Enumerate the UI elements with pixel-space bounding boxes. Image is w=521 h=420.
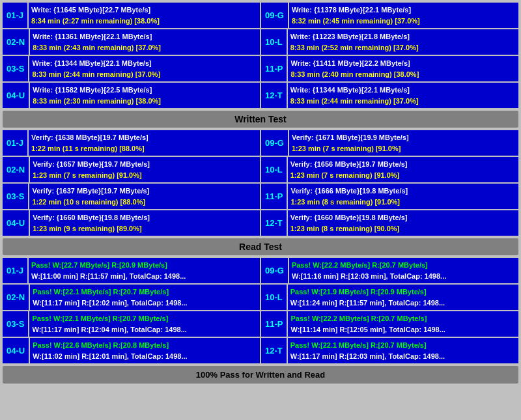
read-test-header: Read Test (3, 238, 518, 255)
left-cell-id-0: 01-J (3, 3, 27, 28)
left-cell-2: 03-SVerify: {1637 MByte}[19.7 MByte/s]1:… (3, 184, 260, 209)
left-cell-2: 03-SPass! W:[22.1 MByte/s] R:[20.7 MByte… (3, 311, 260, 337)
left-line2-0: 8:34 min (2:27 min remaining) [38.0%] (31, 16, 257, 27)
right-cell-id-1: 10-L (261, 157, 287, 182)
left-line1-1: Pass! W:[22.1 MByte/s] R:[20.7 MByte/s] (33, 287, 257, 298)
left-cell-id-3: 04-U (3, 338, 29, 363)
left-cell-3: 04-UVerify: {1660 MByte}[19.8 MByte/s]1:… (3, 210, 260, 236)
right-cell-data-0: Pass! W:[22.2 MByte/s] R:[20.7 MByte/s]W… (289, 258, 518, 283)
left-cell-data-0: Pass! W:[22.7 MByte/s] R:[20.9 MByte/s]W… (29, 258, 260, 283)
grid-row-1: 02-NVerify: {1657 MByte}[19.7 MByte/s]1:… (3, 157, 518, 182)
grid-row-3: 04-UPass! W:[22.6 MByte/s] R:[20.8 MByte… (3, 338, 518, 363)
right-line1-3: Verify: {1660 MByte}[19.8 MByte/s] (290, 212, 516, 223)
left-line2-2: 8:33 min (2:44 min remaining) [37.0%] (32, 69, 257, 80)
left-line2-3: 1:23 min (9 s remaining) [89.0%] (33, 223, 257, 234)
grid-row-1: 02-NWrite: {11361 MByte}[22.1 MByte/s]8:… (3, 29, 518, 55)
left-cell-0: 01-JVerify: {1638 MByte}[19.7 MByte/s]1:… (3, 130, 260, 156)
grid-row-3: 04-UWrite: {11582 MByte}[22.5 MByte/s]8:… (3, 83, 518, 108)
right-cell-id-2: 11-P (261, 56, 287, 81)
grid-row-0: 01-JVerify: {1638 MByte}[19.7 MByte/s]1:… (3, 130, 518, 156)
left-line2-1: 1:23 min (7 s remaining) [91.0%] (33, 170, 257, 181)
grid-row-1: 02-NPass! W:[22.1 MByte/s] R:[20.7 MByte… (3, 285, 518, 310)
left-cell-data-0: Verify: {1638 MByte}[19.7 MByte/s]1:22 m… (29, 130, 260, 156)
right-cell-3: 12-TWrite: {11344 MByte}[22.1 MByte/s]8:… (261, 83, 518, 108)
right-cell-id-2: 11-P (261, 311, 287, 337)
main-container: 01-JWrite: {11645 MByte}[22.7 MByte/s]8:… (0, 0, 521, 386)
right-line1-3: Pass! W:[22.1 MByte/s] R:[20.7 MByte/s] (290, 340, 516, 351)
left-cell-data-0: Write: {11645 MByte}[22.7 MByte/s]8:34 m… (29, 3, 260, 28)
left-cell-data-3: Pass! W:[22.6 MByte/s] R:[20.8 MByte/s]W… (30, 338, 260, 363)
left-line2-2: W:[11:17 min] R:[12:04 min], TotalCap: 1… (32, 324, 257, 335)
left-cell-id-2: 03-S (3, 56, 28, 81)
right-cell-1: 10-LWrite: {11223 MByte}[21.8 MByte/s]8:… (261, 29, 518, 55)
right-cell-id-3: 12-T (261, 338, 287, 363)
right-cell-data-2: Write: {11411 MByte}[22.2 MByte/s]8:33 m… (288, 56, 518, 81)
left-line1-1: Write: {11361 MByte}[22.1 MByte/s] (33, 31, 257, 42)
right-line1-0: Write: {11378 MByte}[22.1 MByte/s] (292, 5, 516, 16)
left-cell-1: 02-NWrite: {11361 MByte}[22.1 MByte/s]8:… (3, 29, 260, 55)
left-line1-0: Verify: {1638 MByte}[19.7 MByte/s] (31, 132, 257, 143)
grid-row-2: 03-SWrite: {11344 MByte}[22.1 MByte/s]8:… (3, 56, 518, 81)
right-cell-data-1: Verify: {1656 MByte}[19.7 MByte/s]1:23 m… (288, 157, 518, 182)
right-line1-1: Pass! W:[21.9 MByte/s] R:[20.9 MByte/s] (290, 287, 516, 298)
right-cell-0: 09-GPass! W:[22.2 MByte/s] R:[20.7 MByte… (261, 258, 518, 283)
left-line1-0: Pass! W:[22.7 MByte/s] R:[20.9 MByte/s] (31, 260, 257, 271)
left-cell-id-1: 02-N (3, 29, 29, 55)
write-section: 01-JWrite: {11645 MByte}[22.7 MByte/s]8:… (3, 3, 518, 108)
grid-row-3: 04-UVerify: {1660 MByte}[19.8 MByte/s]1:… (3, 210, 518, 236)
right-cell-id-3: 12-T (261, 83, 287, 108)
verify-section: 01-JVerify: {1638 MByte}[19.7 MByte/s]1:… (3, 130, 518, 236)
left-cell-data-2: Pass! W:[22.1 MByte/s] R:[20.7 MByte/s]W… (29, 311, 260, 337)
right-line2-3: 1:23 min (8 s remaining) [90.0%] (290, 223, 516, 234)
right-cell-id-3: 12-T (261, 210, 287, 236)
right-line2-3: 8:33 min (2:44 min remaining) [37.0%] (290, 96, 516, 107)
right-line1-2: Verify: {1666 MByte}[19.8 MByte/s] (290, 186, 516, 197)
right-line1-2: Write: {11411 MByte}[22.2 MByte/s] (290, 58, 516, 69)
right-cell-data-0: Write: {11378 MByte}[22.1 MByte/s]8:32 m… (289, 3, 518, 28)
left-cell-data-3: Verify: {1660 MByte}[19.8 MByte/s]1:23 m… (30, 210, 260, 236)
grid-row-0: 01-JPass! W:[22.7 MByte/s] R:[20.9 MByte… (3, 258, 518, 283)
right-cell-3: 12-TVerify: {1660 MByte}[19.8 MByte/s]1:… (261, 210, 518, 236)
left-cell-id-3: 04-U (3, 83, 29, 108)
left-line1-2: Write: {11344 MByte}[22.1 MByte/s] (32, 58, 257, 69)
right-cell-id-0: 09-G (261, 258, 288, 283)
left-line2-1: W:[11:17 min] R:[12:02 min], TotalCap: 1… (33, 298, 257, 309)
right-cell-2: 11-PWrite: {11411 MByte}[22.2 MByte/s]8:… (261, 56, 518, 81)
right-cell-id-2: 11-P (261, 184, 287, 209)
left-cell-1: 02-NPass! W:[22.1 MByte/s] R:[20.7 MByte… (3, 285, 260, 310)
left-line1-3: Pass! W:[22.6 MByte/s] R:[20.8 MByte/s] (33, 340, 257, 351)
right-cell-3: 12-TPass! W:[22.1 MByte/s] R:[20.7 MByte… (261, 338, 518, 363)
left-line1-3: Verify: {1660 MByte}[19.8 MByte/s] (33, 212, 257, 223)
footer-bar: 100% Pass for Written and Read (3, 366, 518, 384)
right-line1-1: Verify: {1656 MByte}[19.7 MByte/s] (290, 159, 516, 170)
left-cell-id-1: 02-N (3, 157, 29, 182)
grid-row-2: 03-SVerify: {1637 MByte}[19.7 MByte/s]1:… (3, 184, 518, 209)
right-cell-data-3: Pass! W:[22.1 MByte/s] R:[20.7 MByte/s]W… (288, 338, 518, 363)
right-cell-id-0: 09-G (261, 130, 288, 156)
right-line1-0: Pass! W:[22.2 MByte/s] R:[20.7 MByte/s] (292, 260, 516, 271)
left-line1-2: Verify: {1637 MByte}[19.7 MByte/s] (32, 186, 257, 197)
left-cell-id-0: 01-J (3, 258, 27, 283)
grid-row-0: 01-JWrite: {11645 MByte}[22.7 MByte/s]8:… (3, 3, 518, 28)
grid-row-2: 03-SPass! W:[22.1 MByte/s] R:[20.7 MByte… (3, 311, 518, 337)
left-line1-0: Write: {11645 MByte}[22.7 MByte/s] (31, 5, 257, 16)
left-cell-id-3: 04-U (3, 210, 29, 236)
right-cell-1: 10-LPass! W:[21.9 MByte/s] R:[20.9 MByte… (261, 285, 518, 310)
right-cell-2: 11-PPass! W:[22.2 MByte/s] R:[20.7 MByte… (261, 311, 518, 337)
left-cell-data-3: Write: {11582 MByte}[22.5 MByte/s]8:33 m… (30, 83, 260, 108)
right-line1-0: Verify: {1671 MByte}[19.9 MByte/s] (292, 132, 516, 143)
pass-section: 01-JPass! W:[22.7 MByte/s] R:[20.9 MByte… (3, 258, 518, 363)
left-cell-data-2: Write: {11344 MByte}[22.1 MByte/s]8:33 m… (29, 56, 260, 81)
right-cell-data-3: Write: {11344 MByte}[22.1 MByte/s]8:33 m… (288, 83, 518, 108)
left-line2-0: 1:22 min (11 s remaining) [88.0%] (31, 143, 257, 154)
right-cell-id-0: 09-G (261, 3, 288, 28)
left-line2-3: W:[11:02 min] R:[12:01 min], TotalCap: 1… (33, 351, 257, 362)
left-cell-data-1: Verify: {1657 MByte}[19.7 MByte/s]1:23 m… (30, 157, 260, 182)
left-cell-0: 01-JPass! W:[22.7 MByte/s] R:[20.9 MByte… (3, 258, 260, 283)
right-line2-1: W:[11:24 min] R:[11:57 min], TotalCap: 1… (290, 298, 516, 309)
left-cell-data-1: Write: {11361 MByte}[22.1 MByte/s]8:33 m… (30, 29, 260, 55)
right-line2-2: 1:23 min (8 s remaining) [91.0%] (290, 197, 516, 208)
left-cell-1: 02-NVerify: {1657 MByte}[19.7 MByte/s]1:… (3, 157, 260, 182)
left-line2-2: 1:22 min (10 s remaining) [88.0%] (32, 197, 257, 208)
left-cell-id-1: 02-N (3, 285, 29, 310)
